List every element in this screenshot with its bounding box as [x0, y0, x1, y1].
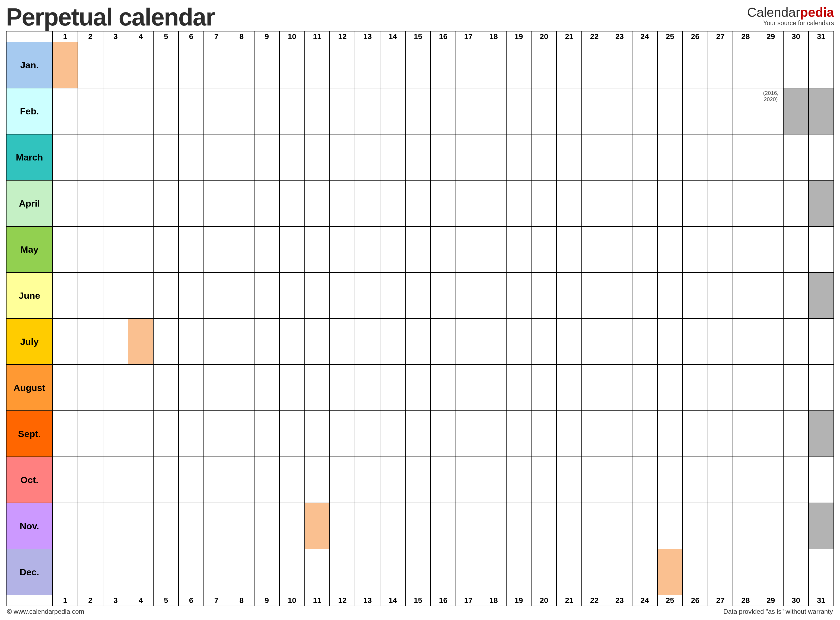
cell-feb-10	[279, 88, 305, 134]
cell-note: (2016, 2020)	[759, 90, 783, 102]
cell-july-16	[431, 319, 456, 365]
cell-sept-14	[380, 411, 405, 457]
cell-august-26	[683, 365, 708, 411]
brand-part2: pedia	[800, 5, 834, 20]
cell-august-13	[355, 365, 380, 411]
cell-august-9	[254, 365, 279, 411]
cell-march-11	[305, 134, 330, 180]
cell-may-9	[254, 226, 279, 272]
cell-may-10	[279, 226, 305, 272]
cell-may-2	[78, 226, 103, 272]
cell-april-15	[405, 180, 431, 226]
day-header-bottom-22: 22	[582, 595, 607, 606]
cell-june-22	[582, 272, 607, 319]
cell-nov-29	[758, 503, 783, 549]
cell-august-1	[53, 365, 78, 411]
cell-nov-18	[481, 503, 506, 549]
cell-april-3	[103, 180, 128, 226]
cell-jan-21	[556, 42, 582, 88]
cell-march-22	[582, 134, 607, 180]
cell-jan-10	[279, 42, 305, 88]
cell-oct-26	[683, 457, 708, 503]
cell-july-2	[78, 319, 103, 365]
cell-dec-6	[178, 549, 204, 595]
cell-july-17	[456, 319, 481, 365]
cell-sept-28	[733, 411, 758, 457]
day-header-bottom-13: 13	[355, 595, 380, 606]
cell-jan-19	[506, 42, 531, 88]
cell-jan-31	[808, 42, 834, 88]
cell-july-14	[380, 319, 405, 365]
cell-july-23	[607, 319, 632, 365]
cell-sept-7	[204, 411, 229, 457]
cell-sept-2	[78, 411, 103, 457]
cell-sept-31	[808, 411, 834, 457]
cell-april-14	[380, 180, 405, 226]
cell-april-5	[153, 180, 178, 226]
cell-jan-13	[355, 42, 380, 88]
cell-august-21	[556, 365, 582, 411]
cell-may-24	[632, 226, 658, 272]
cell-jan-23	[607, 42, 632, 88]
day-header-top-5: 5	[153, 31, 178, 42]
cell-may-15	[405, 226, 431, 272]
cell-jan-4	[128, 42, 153, 88]
day-header-bottom-16: 16	[431, 595, 456, 606]
cell-nov-12	[330, 503, 355, 549]
cell-nov-9	[254, 503, 279, 549]
cell-oct-29	[758, 457, 783, 503]
cell-april-4	[128, 180, 153, 226]
cell-july-30	[783, 319, 808, 365]
cell-sept-21	[556, 411, 582, 457]
cell-dec-4	[128, 549, 153, 595]
cell-june-13	[355, 272, 380, 319]
cell-june-21	[556, 272, 582, 319]
day-header-top-11: 11	[305, 31, 330, 42]
cell-oct-18	[481, 457, 506, 503]
cell-may-20	[531, 226, 556, 272]
cell-sept-19	[506, 411, 531, 457]
cell-jan-6	[178, 42, 204, 88]
cell-jan-15	[405, 42, 431, 88]
cell-jan-28	[733, 42, 758, 88]
cell-oct-6	[178, 457, 204, 503]
cell-may-14	[380, 226, 405, 272]
cell-march-24	[632, 134, 658, 180]
cell-oct-10	[279, 457, 305, 503]
cell-oct-7	[204, 457, 229, 503]
cell-sept-8	[229, 411, 254, 457]
cell-march-23	[607, 134, 632, 180]
cell-april-12	[330, 180, 355, 226]
day-header-top-14: 14	[380, 31, 405, 42]
cell-sept-30	[783, 411, 808, 457]
day-header-bottom-29: 29	[758, 595, 783, 606]
cell-nov-31	[808, 503, 834, 549]
cell-nov-20	[531, 503, 556, 549]
cell-june-6	[178, 272, 204, 319]
cell-dec-7	[204, 549, 229, 595]
cell-june-12	[330, 272, 355, 319]
cell-may-18	[481, 226, 506, 272]
cell-sept-29	[758, 411, 783, 457]
cell-sept-22	[582, 411, 607, 457]
day-header-top-27: 27	[708, 31, 733, 42]
cell-may-23	[607, 226, 632, 272]
cell-march-14	[380, 134, 405, 180]
cell-dec-23	[607, 549, 632, 595]
cell-april-16	[431, 180, 456, 226]
cell-march-25	[658, 134, 683, 180]
cell-august-22	[582, 365, 607, 411]
cell-oct-4	[128, 457, 153, 503]
cell-dec-22	[582, 549, 607, 595]
cell-nov-14	[380, 503, 405, 549]
cell-jan-24	[632, 42, 658, 88]
cell-feb-24	[632, 88, 658, 134]
cell-may-4	[128, 226, 153, 272]
cell-nov-5	[153, 503, 178, 549]
cell-dec-29	[758, 549, 783, 595]
cell-dec-17	[456, 549, 481, 595]
cell-july-8	[229, 319, 254, 365]
cell-jan-1	[53, 42, 78, 88]
cell-feb-25	[658, 88, 683, 134]
cell-july-26	[683, 319, 708, 365]
